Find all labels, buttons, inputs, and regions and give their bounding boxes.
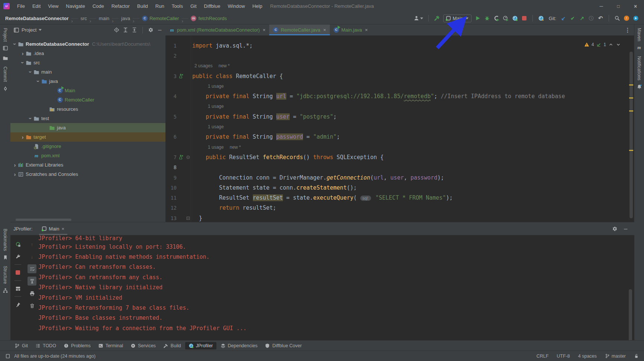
toolwindow-terminal[interactable]: Terminal — [95, 342, 126, 349]
console-scrollbar[interactable] — [629, 289, 632, 341]
console-settings-button[interactable] — [13, 252, 22, 261]
tab-options-button[interactable]: ⋮ — [621, 25, 634, 35]
toolwindow-todo[interactable]: TODO — [32, 342, 59, 349]
history-button[interactable] — [588, 15, 594, 21]
tab-RemoteCaller.java[interactable]: CRemoteCaller.java× — [269, 25, 330, 35]
tree-item-src[interactable]: ›src — [10, 58, 165, 67]
bookmarks-stripe-button[interactable]: Bookmarks — [3, 225, 8, 262]
debug-button[interactable] — [484, 15, 490, 21]
vcs-status-icon[interactable] — [5, 354, 10, 359]
menu-git[interactable]: Git — [187, 0, 200, 12]
menu-refactor[interactable]: Refactor — [108, 0, 133, 12]
jprofiler-attach-button[interactable] — [538, 15, 544, 21]
chevron-down-icon[interactable] — [39, 29, 42, 31]
code-line-13[interactable]: 13 } — [165, 213, 634, 222]
menu-diffblue[interactable]: Diffblue — [200, 0, 224, 12]
typo-icon[interactable] — [596, 42, 601, 47]
menu-navigate[interactable]: Navigate — [62, 0, 88, 12]
breadcrumb-java[interactable]: java — [121, 16, 130, 21]
code-line-1[interactable]: 1import java.sql.*; — [165, 41, 634, 51]
tree-item-test[interactable]: ›test — [10, 114, 165, 123]
toolwindow-jprofiler[interactable]: JProfiler — [185, 342, 216, 349]
fold-circle-icon[interactable] — [186, 155, 190, 159]
breadcrumb-main[interactable]: main — [99, 16, 109, 21]
console-gear-button[interactable] — [612, 226, 618, 232]
code-line-11[interactable]: 11 ResultSet resultSet = state.executeQu… — [165, 193, 634, 203]
run-config-selector[interactable]: Main — [443, 14, 471, 22]
tab-pom.xml-RemoteDatabaseConnector-[interactable]: mpom.xml (RemoteDatabaseConnector)× — [165, 25, 269, 35]
next-problem-icon[interactable] — [616, 42, 621, 47]
menu-build[interactable]: Build — [133, 0, 152, 12]
tree-item-Scratches and Consoles[interactable]: ›Scratches and Consoles — [10, 170, 165, 179]
tree-item-.idea[interactable]: ›.idea — [10, 49, 165, 58]
minimize-button[interactable]: ─ — [593, 0, 610, 12]
code-line-12[interactable]: 12 return resultSet; — [165, 203, 634, 213]
tree-item-target[interactable]: ›target — [10, 132, 165, 142]
code-line-10[interactable]: 10 Statement state = conn.createStatemen… — [165, 183, 634, 193]
menu-tools[interactable]: Tools — [168, 0, 187, 12]
breadcrumb-src[interactable]: src — [81, 16, 87, 21]
chevron-collapsed-icon[interactable]: › — [14, 171, 16, 177]
rerun-button[interactable] — [13, 240, 22, 249]
console-tab-main[interactable]: Main × — [39, 222, 67, 235]
user-menu[interactable] — [413, 15, 423, 21]
project-horizontal-scrollbar[interactable] — [16, 219, 71, 221]
build-project-button[interactable] — [434, 15, 440, 21]
usage-hint[interactable]: 1 usage — [208, 124, 224, 129]
code-line-6[interactable]: 6 private final String password = "admin… — [165, 132, 634, 142]
status-4 spaces[interactable]: 4 spaces — [578, 354, 597, 359]
breadcrumb-RemoteCaller[interactable]: CRemoteCaller — [142, 16, 179, 21]
tab-Main.java[interactable]: CMain.java× — [330, 25, 371, 35]
diffblue-button[interactable] — [633, 15, 639, 21]
run-button[interactable] — [475, 15, 481, 21]
menu-window[interactable]: Window — [224, 0, 248, 12]
tree-item-java[interactable]: java — [10, 123, 165, 132]
warning-stripe-mark[interactable] — [629, 84, 633, 86]
status-master[interactable]: master — [605, 354, 626, 359]
toolwindow-build[interactable]: Build — [160, 342, 184, 349]
pin-tab-button[interactable] — [13, 300, 22, 309]
project-panel-title[interactable]: Project — [22, 27, 36, 33]
menu-code[interactable]: Code — [89, 0, 108, 12]
folder-stripe-button[interactable] — [3, 53, 8, 63]
editor-scrollbar[interactable] — [629, 52, 633, 218]
coverage-button[interactable] — [493, 15, 499, 21]
profiler-button[interactable] — [503, 15, 509, 21]
chevron-expanded-icon[interactable]: › — [28, 117, 33, 119]
code-line-9[interactable]: 9 Connection conn = DriverManager.getCon… — [165, 173, 634, 183]
chevron-expanded-icon[interactable]: › — [20, 62, 26, 64]
tree-item-main[interactable]: ›main — [10, 67, 165, 77]
menu-file[interactable]: File — [13, 0, 29, 12]
commit-button[interactable]: ✔ — [570, 15, 576, 21]
tree-item-External Libraries[interactable]: ›External Libraries — [10, 160, 165, 170]
close-button[interactable]: × — [627, 0, 644, 12]
stop-button[interactable] — [521, 15, 527, 21]
split-layout-button[interactable] — [13, 284, 22, 293]
hide-button[interactable]: ─ — [157, 27, 162, 33]
diffblue-test-icon[interactable] — [178, 155, 183, 160]
tree-item-java[interactable]: ›java — [10, 77, 165, 86]
warning-count[interactable]: 4 — [592, 42, 594, 47]
warning-icon[interactable] — [584, 42, 589, 47]
usage-hint[interactable]: 1 usage — [208, 104, 224, 109]
jprofiler-run-button[interactable] — [512, 15, 518, 21]
usage-hint[interactable]: 1 usage — [208, 84, 224, 89]
chevron-expanded-icon[interactable]: › — [12, 43, 18, 45]
status-UTF-8[interactable]: UTF-8 — [557, 354, 570, 359]
toolwindow-services[interactable]: Services — [127, 342, 159, 349]
tree-item-RemoteCaller[interactable]: CRemoteCaller — [10, 95, 165, 104]
breadcrumb-fetchRecords[interactable]: mfetchRecords — [191, 16, 227, 21]
close-icon[interactable]: × — [323, 27, 326, 33]
commit-stripe-button[interactable]: Commit — [3, 63, 8, 93]
warning-stripe-mark[interactable] — [629, 150, 633, 151]
warning-stripe-mark[interactable] — [629, 110, 633, 112]
warning-stripe-mark[interactable] — [629, 97, 633, 99]
toolwindow-diffblue-cover[interactable]: Diffblue Cover — [261, 342, 305, 349]
usage-hint[interactable]: new * — [219, 63, 230, 68]
maven-stripe-button[interactable]: Mavenm — [637, 25, 642, 53]
expand-all-button[interactable] — [123, 27, 128, 33]
code-editor[interactable]: 1import java.sql.*;22 usagesnew *3public… — [165, 35, 634, 222]
typo-count[interactable]: 1 — [603, 42, 606, 47]
chevron-expanded-icon[interactable]: › — [36, 80, 41, 82]
toolwindow-problems[interactable]: Problems — [60, 342, 94, 349]
